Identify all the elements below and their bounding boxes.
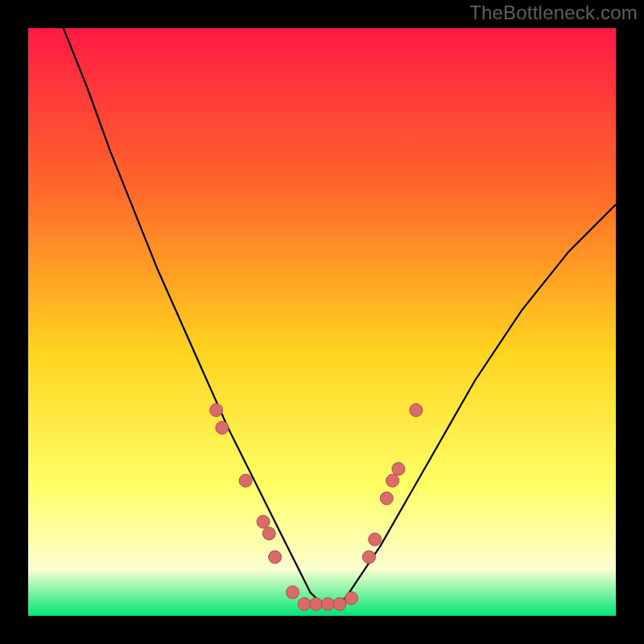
data-marker <box>410 404 423 417</box>
data-marker <box>257 515 270 528</box>
data-marker <box>392 463 405 476</box>
data-marker <box>321 597 334 610</box>
data-marker <box>369 533 382 546</box>
data-marker <box>345 592 358 605</box>
data-marker <box>386 474 399 487</box>
data-marker <box>210 404 223 417</box>
data-marker <box>362 551 375 564</box>
data-marker <box>287 586 299 599</box>
gradient-background <box>28 28 616 616</box>
data-marker <box>380 492 393 505</box>
data-marker <box>262 527 275 540</box>
plot-frame <box>28 28 616 616</box>
attribution-text: TheBottleneck.com <box>469 2 638 24</box>
data-marker <box>333 597 346 610</box>
data-marker <box>216 421 229 434</box>
data-marker <box>298 597 311 610</box>
data-marker <box>269 551 282 564</box>
data-marker <box>310 597 323 610</box>
chart-svg <box>28 28 616 616</box>
data-marker <box>239 474 252 487</box>
